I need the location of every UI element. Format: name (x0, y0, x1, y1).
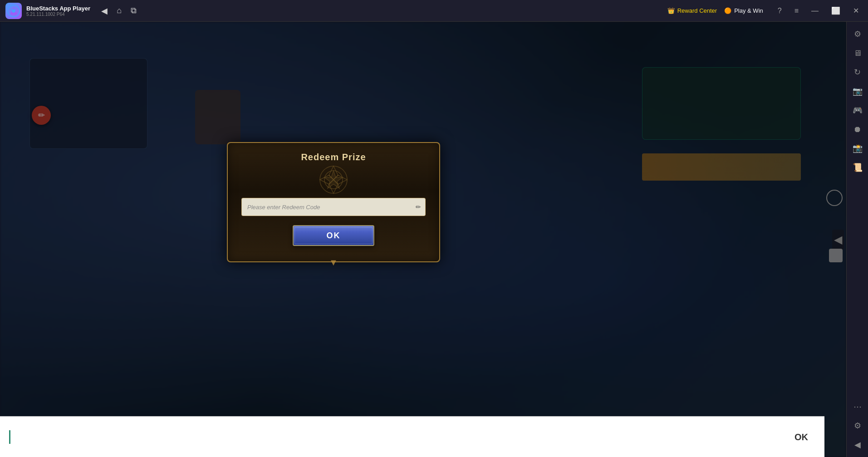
bottom-text-input[interactable] (12, 426, 787, 448)
dialog-ok-label: OK (327, 231, 341, 240)
orange-circle-icon: 🟠 (724, 7, 731, 14)
titlebar: BlueStacks App Player 5.21.111.1002 P64 … (0, 0, 868, 22)
app-logo (5, 3, 22, 19)
redeem-code-input[interactable] (241, 198, 426, 216)
reward-center-label: Reward Center (677, 7, 717, 14)
back-button[interactable]: ◀ (99, 4, 109, 18)
help-button[interactable]: ? (774, 5, 785, 17)
play-win-label: Play & Win (734, 7, 763, 14)
dialog-overlay: Redeem Prize (0, 22, 846, 457)
right-sidebar: ⚙ 🖥 ↻ 📷 🎮 ⏺ 📸 📜 ⋯ ⚙ ◀ (846, 22, 868, 457)
reward-center-button[interactable]: 👑 Reward Center (667, 7, 717, 14)
dialog-ok-button[interactable]: OK (293, 225, 374, 246)
tabs-button[interactable]: ⧉ (129, 4, 138, 17)
main-area: ✏ Redeem Prize (0, 22, 868, 457)
sidebar-screenshot-icon[interactable]: 📸 (849, 140, 866, 157)
game-area: ✏ Redeem Prize (0, 22, 846, 457)
window-control-group: ? ≡ — ⬜ ✕ (774, 5, 863, 17)
sidebar-collapse-icon[interactable]: ◀ (849, 436, 866, 453)
crown-icon: 👑 (667, 7, 675, 14)
sidebar-rotate-icon[interactable]: ↻ (849, 64, 866, 81)
maximize-button[interactable]: ⬜ (828, 5, 844, 17)
close-button[interactable]: ✕ (849, 5, 863, 17)
app-name: BlueStacks App Player (26, 5, 90, 12)
dialog-emblem (306, 162, 361, 198)
redeem-input-container: ✏ (241, 198, 426, 216)
sidebar-display-icon[interactable]: 🖥 (849, 44, 866, 62)
app-info: BlueStacks App Player 5.21.111.1002 P64 (26, 5, 90, 17)
home-button[interactable]: ⌂ (115, 4, 123, 17)
bottom-ok-button[interactable]: OK (787, 428, 815, 446)
dialog-title: Redeem Prize (301, 152, 366, 162)
dialog-arrow: ▼ (329, 257, 338, 268)
sidebar-more-icon[interactable]: ⋯ (849, 398, 866, 415)
play-win-button[interactable]: 🟠 Play & Win (724, 7, 763, 14)
menu-button[interactable]: ≡ (791, 5, 802, 17)
minimize-button[interactable]: — (808, 5, 822, 17)
sidebar-script-icon[interactable]: 📜 (849, 159, 866, 176)
sidebar-macro-icon[interactable]: ⏺ (849, 121, 866, 138)
app-version: 5.21.111.1002 P64 (26, 12, 90, 17)
sidebar-gamepad-icon[interactable]: 🎮 (849, 102, 866, 119)
sidebar-camera-icon[interactable]: 📷 (849, 83, 866, 100)
edit-icon: ✏ (416, 203, 421, 211)
svg-point-2 (12, 9, 15, 13)
nav-controls: ◀ ⌂ ⧉ (99, 4, 138, 18)
sidebar-settings2-icon[interactable]: ⚙ (849, 417, 866, 434)
sidebar-settings-icon[interactable]: ⚙ (849, 25, 866, 43)
redeem-dialog: Redeem Prize (227, 142, 440, 262)
text-cursor (9, 430, 10, 444)
bottom-input-bar: OK (0, 416, 824, 457)
titlebar-right: 👑 Reward Center 🟠 Play & Win ? ≡ — ⬜ ✕ (667, 5, 863, 17)
